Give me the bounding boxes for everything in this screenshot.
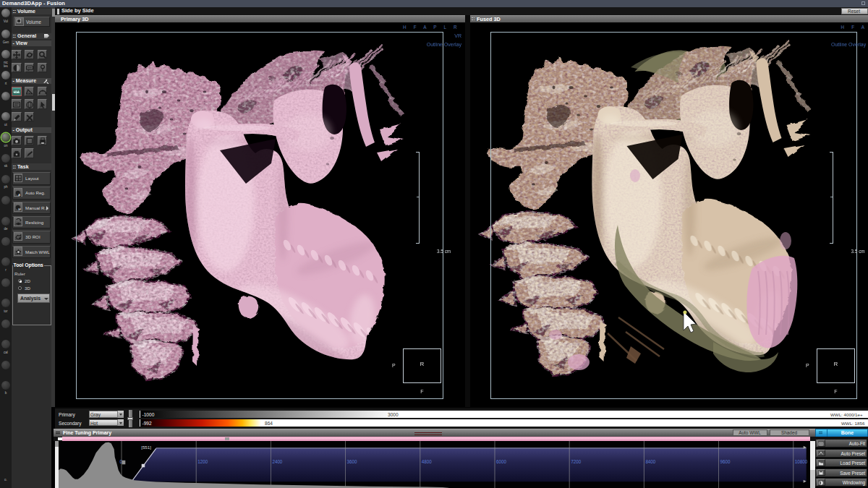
svg-text:8400: 8400	[646, 459, 656, 464]
svg-text:10800: 10800	[795, 459, 808, 464]
svg-text:2400: 2400	[273, 459, 283, 464]
svg-text:4800: 4800	[422, 459, 432, 464]
svg-text:1200: 1200	[198, 459, 208, 464]
svg-text:9600: 9600	[720, 459, 731, 464]
svg-text:[551]: [551]	[142, 444, 152, 449]
svg-text:7200: 7200	[571, 459, 581, 464]
svg-text:6000: 6000	[496, 459, 506, 464]
svg-text:3600: 3600	[347, 459, 357, 464]
